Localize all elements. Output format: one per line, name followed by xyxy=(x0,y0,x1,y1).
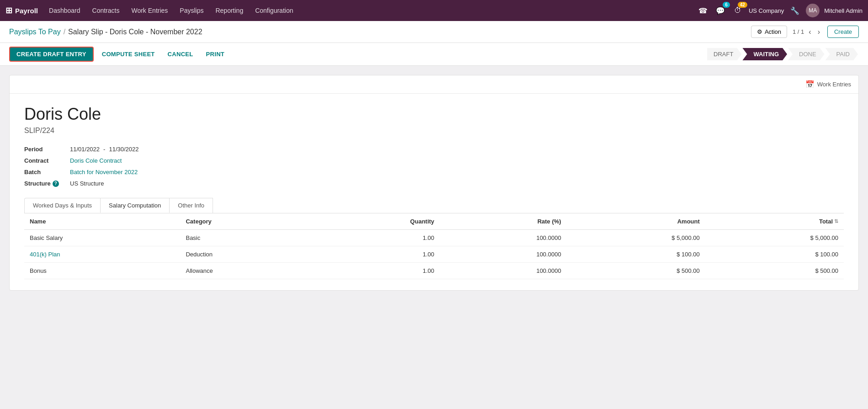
structure-label-text: Structure xyxy=(24,180,51,187)
work-entries-label: Work Entries xyxy=(817,81,851,88)
slip-number: SLIP/224 xyxy=(24,127,844,135)
nav-reporting[interactable]: Reporting xyxy=(210,4,249,17)
status-waiting[interactable]: WAITING xyxy=(742,48,787,60)
table-row: 401(k) Plan Deduction 1.00 100.0000 $ 10… xyxy=(24,246,844,263)
period-value: 11/01/2022 - 11/30/2022 xyxy=(70,146,139,153)
period-separator: - xyxy=(103,146,105,153)
nav-work-entries[interactable]: Work Entries xyxy=(126,4,173,17)
chat-badge-btn[interactable]: 💬 6 xyxy=(714,4,727,17)
period-row: Period 11/01/2022 - 11/30/2022 xyxy=(24,146,844,153)
row1-name: Basic Salary xyxy=(24,230,180,246)
sub-header: Payslips To Pay / Salary Slip - Doris Co… xyxy=(0,21,868,43)
breadcrumb-parent[interactable]: Payslips To Pay xyxy=(9,28,61,36)
row2-name[interactable]: 401(k) Plan xyxy=(24,246,180,263)
print-button[interactable]: PRINT xyxy=(202,48,229,61)
contract-value[interactable]: Doris Cole Contract xyxy=(70,157,122,164)
row2-category: Deduction xyxy=(180,246,315,263)
period-label: Period xyxy=(24,146,70,153)
table-header-row: Name Category Quantity Rate (%) Amount T… xyxy=(24,213,844,230)
app-logo-area[interactable]: ⊞ Payroll xyxy=(5,5,38,16)
clock-badge-btn[interactable]: ⏱ 42 xyxy=(731,4,744,17)
main-content: 📅 Work Entries Doris Cole SLIP/224 Perio… xyxy=(0,66,868,300)
info-fields: Period 11/01/2022 - 11/30/2022 Contract … xyxy=(24,146,844,187)
row3-category: Allowance xyxy=(180,263,315,279)
row3-total: $ 500.00 xyxy=(705,263,844,279)
status-done[interactable]: DONE xyxy=(788,48,825,60)
row2-amount: $ 100.00 xyxy=(567,246,705,263)
cancel-button[interactable]: CANCEL xyxy=(163,48,198,61)
form-toolbar: CREATE DRAFT ENTRY COMPUTE SHEET CANCEL … xyxy=(0,43,868,66)
sort-icon[interactable]: ⇅ xyxy=(834,218,838,224)
status-bar: DRAFT WAITING DONE PAID xyxy=(707,48,859,60)
batch-value[interactable]: Batch for November 2022 xyxy=(70,169,138,175)
next-page-button[interactable]: › xyxy=(816,27,822,37)
create-draft-entry-button[interactable]: CREATE DRAFT ENTRY xyxy=(9,47,94,62)
company-name: US Company xyxy=(749,7,784,14)
status-draft[interactable]: DRAFT xyxy=(707,48,741,60)
structure-value: US Structure xyxy=(70,180,104,187)
help-icon[interactable]: ? xyxy=(53,181,59,187)
row1-amount: $ 5,000.00 xyxy=(567,230,705,246)
structure-row: Structure ? US Structure xyxy=(24,180,844,187)
sub-header-right: ⚙ Action 1 / 1 ‹ › Create xyxy=(751,26,859,38)
app-name-label: Payroll xyxy=(15,7,38,15)
contract-row: Contract Doris Cole Contract xyxy=(24,157,844,164)
col-header-name: Name xyxy=(24,213,180,230)
work-entries-button[interactable]: 📅 Work Entries xyxy=(805,80,851,89)
action-button[interactable]: ⚙ Action xyxy=(751,26,787,38)
row3-quantity: 1.00 xyxy=(315,263,440,279)
salary-table: Name Category Quantity Rate (%) Amount T… xyxy=(24,213,844,279)
create-button[interactable]: Create xyxy=(827,26,859,38)
row3-name: Bonus xyxy=(24,263,180,279)
prev-page-button[interactable]: ‹ xyxy=(807,27,813,37)
tab-other-info[interactable]: Other Info xyxy=(169,198,213,213)
headset-icon-button[interactable]: ☎ xyxy=(697,4,709,17)
tab-worked-days[interactable]: Worked Days & Inputs xyxy=(24,198,101,213)
top-navigation: ⊞ Payroll Dashboard Contracts Work Entri… xyxy=(0,0,868,21)
nav-configuration[interactable]: Configuration xyxy=(250,4,298,17)
col-header-total: Total ⇅ xyxy=(705,213,844,230)
card-top-bar: 📅 Work Entries xyxy=(10,75,858,94)
breadcrumb-current: Salary Slip - Doris Cole - November 2022 xyxy=(68,28,202,36)
row1-quantity: 1.00 xyxy=(315,230,440,246)
nav-right-area: ☎ 💬 6 ⏱ 42 US Company 🔧 MA Mitchell Admi… xyxy=(697,4,863,17)
row3-rate: 100.0000 xyxy=(440,263,567,279)
main-card: 📅 Work Entries Doris Cole SLIP/224 Perio… xyxy=(9,75,859,291)
chat-badge: 6 xyxy=(723,2,730,8)
nav-dashboard[interactable]: Dashboard xyxy=(43,4,86,17)
row2-quantity: 1.00 xyxy=(315,246,440,263)
pagination: 1 / 1 ‹ › xyxy=(793,27,822,37)
row1-total: $ 5,000.00 xyxy=(705,230,844,246)
card-body: Doris Cole SLIP/224 Period 11/01/2022 - … xyxy=(10,94,858,290)
gear-icon: ⚙ xyxy=(757,28,762,35)
batch-label: Batch xyxy=(24,169,70,175)
total-header-label: Total xyxy=(819,218,833,225)
contract-label: Contract xyxy=(24,157,70,164)
col-header-category: Category xyxy=(180,213,315,230)
tab-salary-computation[interactable]: Salary Computation xyxy=(100,198,170,213)
settings-icon-button[interactable]: 🔧 xyxy=(788,4,801,17)
structure-label-container: Structure ? xyxy=(24,180,70,187)
toolbar-left: CREATE DRAFT ENTRY COMPUTE SHEET CANCEL … xyxy=(9,47,229,62)
batch-row: Batch Batch for November 2022 xyxy=(24,169,844,175)
user-avatar[interactable]: MA xyxy=(806,4,820,17)
clock-badge: 42 xyxy=(738,2,747,8)
action-label: Action xyxy=(765,28,781,35)
nav-payslips[interactable]: Payslips xyxy=(174,4,209,17)
row2-rate: 100.0000 xyxy=(440,246,567,263)
row1-category: Basic xyxy=(180,230,315,246)
nav-contracts[interactable]: Contracts xyxy=(87,4,125,17)
row2-total: $ 100.00 xyxy=(705,246,844,263)
form-tabs: Worked Days & Inputs Salary Computation … xyxy=(24,198,844,213)
col-header-rate: Rate (%) xyxy=(440,213,567,230)
pagination-text: 1 / 1 xyxy=(793,28,804,35)
row3-amount: $ 500.00 xyxy=(567,263,705,279)
user-name-label: Mitchell Admin xyxy=(824,7,863,14)
row1-rate: 100.0000 xyxy=(440,230,567,246)
compute-sheet-button[interactable]: COMPUTE SHEET xyxy=(97,48,160,61)
table-row: Basic Salary Basic 1.00 100.0000 $ 5,000… xyxy=(24,230,844,246)
period-start[interactable]: 11/01/2022 xyxy=(70,146,100,153)
period-end[interactable]: 11/30/2022 xyxy=(109,146,138,153)
grid-icon: ⊞ xyxy=(5,5,12,16)
status-paid[interactable]: PAID xyxy=(825,48,858,60)
